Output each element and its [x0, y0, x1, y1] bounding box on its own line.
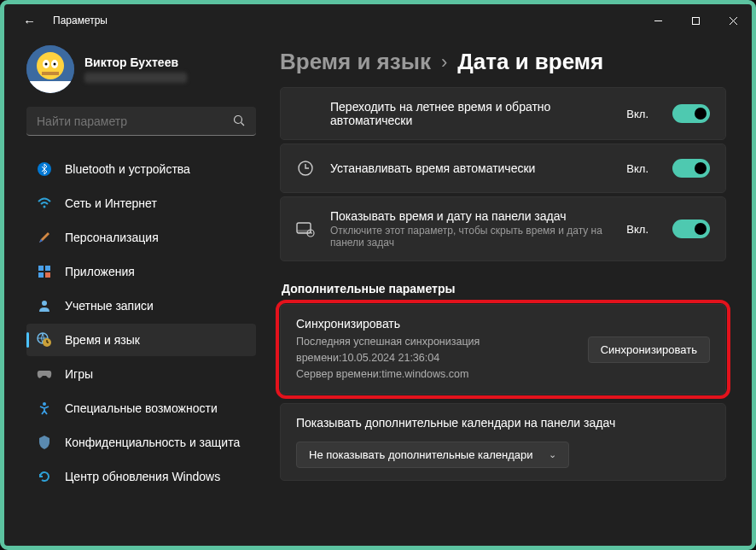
- search-box: [26, 107, 256, 136]
- card-dst: Переходить на летнее время и обратно авт…: [280, 87, 726, 140]
- taskbar-clock-toggle[interactable]: [672, 219, 710, 238]
- profile-block[interactable]: Виктор Бухтеев: [26, 45, 256, 93]
- svg-point-23: [43, 402, 46, 406]
- svg-rect-1: [692, 17, 699, 24]
- chevron-down-icon: ⌄: [549, 449, 556, 460]
- breadcrumb-separator: ›: [441, 51, 447, 73]
- apps-icon: [37, 264, 52, 279]
- dst-toggle[interactable]: [672, 104, 710, 123]
- minimize-button[interactable]: [639, 8, 677, 33]
- update-icon: [37, 469, 52, 484]
- sidebar-item-label: Конфиденциальность и защита: [65, 436, 240, 449]
- svg-rect-18: [38, 272, 44, 278]
- svg-point-20: [42, 301, 47, 306]
- search-icon: [233, 114, 246, 130]
- svg-point-9: [54, 63, 56, 66]
- sidebar-item-personalization[interactable]: Персонализация: [26, 221, 256, 254]
- svg-point-15: [44, 206, 46, 208]
- sidebar-item-privacy[interactable]: Конфиденциальность и защита: [26, 426, 256, 459]
- card-additional-calendars: Показывать дополнительные календари на п…: [280, 403, 726, 481]
- svg-rect-19: [45, 272, 50, 278]
- sidebar-item-label: Время и язык: [65, 333, 140, 347]
- shield-icon: [37, 435, 52, 450]
- card-title: Устанавливать время автоматически: [330, 161, 611, 175]
- sidebar-item-apps[interactable]: Приложения: [26, 255, 256, 288]
- svg-rect-17: [45, 266, 50, 271]
- sidebar-item-label: Персонализация: [65, 231, 159, 244]
- card-title: Показывать время и дату на панели задач: [330, 209, 611, 223]
- svg-point-8: [45, 63, 48, 66]
- sidebar-item-network[interactable]: Сеть и Интернет: [26, 187, 256, 219]
- breadcrumb-current: Дата и время: [457, 49, 603, 75]
- gamepad-icon: [37, 366, 52, 382]
- sidebar: Виктор Бухтеев Bluetooth и устройства: [4, 37, 265, 544]
- sidebar-item-label: Сеть и Интернет: [65, 196, 157, 210]
- username: Виктор Бухтеев: [84, 56, 187, 69]
- sidebar-item-accessibility[interactable]: Специальные возможности: [26, 392, 256, 424]
- person-icon: [37, 298, 52, 313]
- card-sync: Синхронизировать Последняя успешная синх…: [280, 304, 726, 395]
- avatar: [26, 45, 74, 93]
- sync-server: Сервер времени:time.windows.com: [296, 366, 573, 383]
- sidebar-item-time-language[interactable]: Время и язык: [26, 324, 256, 356]
- sidebar-item-label: Специальные возможности: [65, 401, 218, 415]
- brush-icon: [37, 230, 52, 245]
- sidebar-item-accounts[interactable]: Учетные записи: [26, 290, 256, 322]
- sidebar-item-label: Центр обновления Windows: [65, 470, 220, 483]
- card-subtitle: Отключите этот параметр, чтобы скрыть вр…: [330, 225, 611, 249]
- accessibility-icon: [37, 401, 52, 416]
- clock-icon: [296, 159, 315, 178]
- svg-point-5: [37, 52, 64, 79]
- wifi-icon: [37, 196, 52, 211]
- card-title: Переходить на летнее время и обратно авт…: [330, 100, 611, 127]
- user-email-blurred: [84, 73, 187, 83]
- breadcrumb: Время и язык › Дата и время: [280, 49, 726, 75]
- search-input[interactable]: [26, 107, 256, 136]
- toggle-state-label: Вкл.: [626, 223, 648, 236]
- breadcrumb-parent[interactable]: Время и язык: [280, 49, 431, 75]
- sidebar-item-label: Bluetooth и устройства: [65, 162, 190, 176]
- svg-line-13: [241, 123, 245, 126]
- card-autotime: Устанавливать время автоматически Вкл.: [280, 143, 726, 193]
- taskbar-icon: [296, 219, 315, 238]
- section-additional-heading: Дополнительные параметры: [282, 282, 726, 295]
- maximize-button[interactable]: [677, 8, 714, 33]
- sync-last-success: Последняя успешная синхронизация времени…: [296, 334, 573, 366]
- sidebar-item-label: Приложения: [65, 265, 135, 278]
- sync-title: Синхронизировать: [296, 317, 573, 331]
- globe-clock-icon: [37, 332, 52, 348]
- dropdown-selected: Не показывать дополнительные календари: [309, 448, 533, 461]
- svg-rect-10: [42, 72, 59, 75]
- autotime-toggle[interactable]: [672, 159, 710, 178]
- svg-point-12: [235, 116, 242, 124]
- toggle-state-label: Вкл.: [626, 162, 648, 175]
- main-panel: Время и язык › Дата и время Переходить н…: [265, 37, 752, 544]
- sidebar-item-label: Игры: [65, 367, 93, 381]
- svg-rect-16: [38, 266, 44, 271]
- sidebar-item-bluetooth[interactable]: Bluetooth и устройства: [26, 153, 256, 185]
- close-button[interactable]: [714, 8, 752, 33]
- card-title: Показывать дополнительные календари на п…: [296, 416, 710, 430]
- additional-calendars-dropdown[interactable]: Не показывать дополнительные календари ⌄: [296, 442, 569, 468]
- bluetooth-icon: [37, 161, 52, 177]
- toggle-state-label: Вкл.: [626, 108, 648, 120]
- back-button[interactable]: ←: [23, 14, 36, 28]
- card-taskbar-clock: Показывать время и дату на панели задач …: [280, 196, 726, 261]
- sidebar-item-label: Учетные записи: [65, 299, 154, 313]
- svg-rect-11: [26, 81, 74, 93]
- sidebar-item-gaming[interactable]: Игры: [26, 358, 256, 390]
- app-title: Параметры: [53, 15, 108, 26]
- sync-now-button[interactable]: Синхронизировать: [588, 336, 710, 363]
- sidebar-item-update[interactable]: Центр обновления Windows: [26, 460, 256, 493]
- titlebar: ← Параметры: [4, 4, 752, 37]
